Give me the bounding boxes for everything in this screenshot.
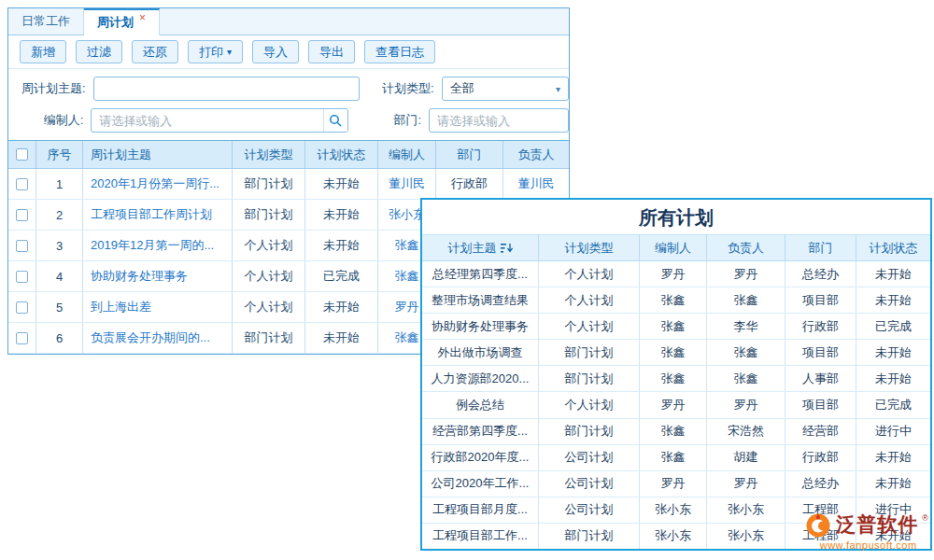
plan-type: 部门计划 <box>233 323 305 353</box>
leader: 宋浩然 <box>707 419 785 444</box>
column-header: 部门 <box>436 141 503 168</box>
fanpu-watermark: 泛普软件 ® www.fanpusoft.com <box>804 511 932 551</box>
subject-filter-input[interactable] <box>93 77 360 101</box>
column-header: 序号 <box>36 141 83 168</box>
department: 总经办 <box>785 261 856 287</box>
row-number: 1 <box>36 169 83 199</box>
weekly-plan-subject-link[interactable]: 到上海出差 <box>83 292 233 322</box>
type-filter-value: 全部 <box>450 80 474 97</box>
column-header: 负责人 <box>503 141 569 168</box>
type-filter-label: 计划类型: <box>369 80 442 97</box>
author-filter-input[interactable] <box>91 108 348 133</box>
toolbar-button-5[interactable]: 导入 <box>252 40 299 63</box>
plan-type: 部门计划 <box>233 169 305 199</box>
search-icon[interactable] <box>323 109 347 132</box>
table-row: 公司2020年工作...公司计划罗丹罗丹总经办未开始 <box>422 471 930 497</box>
tab-1[interactable]: 日常工作 <box>8 8 84 35</box>
dept-filter-input[interactable] <box>429 108 569 133</box>
table-row: 行政部2020年度...公司计划张鑫胡建行政部未开始 <box>422 445 930 471</box>
author: 张鑫 <box>640 340 707 365</box>
plan-status: 已完成 <box>856 392 930 417</box>
column-header: 编制人 <box>640 235 707 260</box>
department: 行政部 <box>785 445 856 470</box>
checkbox[interactable] <box>16 301 28 314</box>
toolbar-button-label: 查看日志 <box>375 44 424 61</box>
table-header-row: 序号周计划主题计划类型计划状态编制人部门负责人 <box>8 141 569 169</box>
toolbar-button-6[interactable]: 导出 <box>308 40 355 63</box>
author: 张鑫 <box>640 314 707 339</box>
column-header: 计划类型 <box>539 235 640 260</box>
checkbox[interactable] <box>16 148 28 161</box>
checkbox[interactable] <box>16 271 28 283</box>
plan-status: 未开始 <box>856 445 930 470</box>
toolbar-button-2[interactable]: 过滤 <box>76 40 122 63</box>
checkbox[interactable] <box>16 209 28 221</box>
department: 项目部 <box>785 392 856 417</box>
toolbar-button-label: 新增 <box>31 44 55 61</box>
row-checkbox-cell <box>8 231 36 260</box>
table-header-row: 计划主题计划类型编制人负责人部门计划状态 <box>422 235 930 261</box>
brand-name: 泛普软件 <box>836 511 918 538</box>
table-row: 例会总结个人计划罗丹罗丹项目部已完成 <box>422 392 930 418</box>
checkbox[interactable] <box>16 332 28 344</box>
plan-status: 未开始 <box>856 366 930 391</box>
plan-type: 公司计划 <box>539 497 640 523</box>
weekly-plan-subject-link[interactable]: 2020年1月份第一周行... <box>83 169 233 199</box>
leader: 罗丹 <box>707 471 785 497</box>
close-icon[interactable]: × <box>139 12 146 23</box>
filter-area: 周计划主题: 计划类型: 全部 ▾ 编制人: <box>8 77 569 133</box>
author-link[interactable]: 董川民 <box>378 169 436 199</box>
desktop: 日常工作周计划× 新增过滤还原打印▾导入导出查看日志 周计划主题: 计划类型: … <box>0 0 934 560</box>
filter-row: 周计划主题: 计划类型: 全部 ▾ <box>8 77 569 101</box>
plan-subject: 例会总结 <box>422 392 539 417</box>
toolbar-button-label: 导出 <box>319 44 344 61</box>
table-row: 经营部第四季度...部门计划张鑫宋浩然经营部进行中 <box>422 419 930 445</box>
toolbar-button-label: 还原 <box>143 44 167 61</box>
column-header: 计划主题 <box>422 235 539 260</box>
toolbar-button-label: 过滤 <box>87 44 111 61</box>
sort-icon[interactable] <box>501 243 513 254</box>
checkbox[interactable] <box>16 178 28 190</box>
toolbar-button-1[interactable]: 新增 <box>20 40 66 63</box>
leader: 张鑫 <box>707 366 785 391</box>
weekly-plan-subject-link[interactable]: 协助财务处理事务 <box>83 261 233 291</box>
plan-status: 进行中 <box>856 419 930 444</box>
department: 项目部 <box>785 287 856 313</box>
plan-status: 未开始 <box>856 471 930 497</box>
author: 罗丹 <box>640 392 707 417</box>
leader: 张小东 <box>707 497 785 523</box>
weekly-plan-subject-link[interactable]: 工程项目部工作周计划 <box>83 200 233 230</box>
plan-type: 部门计划 <box>539 419 640 444</box>
plan-subject: 工程项目部工作... <box>422 524 539 549</box>
plan-type: 部门计划 <box>539 524 640 549</box>
leader: 罗丹 <box>707 392 785 417</box>
row-number: 3 <box>36 231 83 260</box>
plan-status: 未开始 <box>305 169 378 199</box>
tab-bar-filler <box>160 8 569 35</box>
type-filter-select[interactable]: 全部 ▾ <box>442 77 569 101</box>
weekly-plan-subject-link[interactable]: 负责展会开办期间的... <box>83 323 233 353</box>
row-number: 5 <box>36 292 83 322</box>
plan-subject: 整理市场调查结果 <box>422 287 539 313</box>
all-plans-panel: 所有计划 计划主题计划类型编制人负责人部门计划状态 总经理第四季度...个人计划… <box>420 198 932 551</box>
weekly-plan-subject-link[interactable]: 2019年12月第一周的... <box>83 231 233 260</box>
row-checkbox-cell <box>8 292 36 322</box>
author: 罗丹 <box>640 471 707 497</box>
department: 总经办 <box>785 471 856 497</box>
leader-link[interactable]: 董川民 <box>503 169 569 199</box>
column-header: 计划状态 <box>305 141 378 168</box>
plan-subject: 人力资源部2020... <box>422 366 539 391</box>
toolbar-button-7[interactable]: 查看日志 <box>364 40 435 63</box>
plan-subject: 协助财务处理事务 <box>422 314 539 339</box>
brand-url: www.fanpusoft.com <box>804 539 932 551</box>
tab-2[interactable]: 周计划× <box>84 8 160 35</box>
toolbar-button-3[interactable]: 还原 <box>132 40 178 63</box>
toolbar-button-4[interactable]: 打印▾ <box>188 40 243 63</box>
row-checkbox-cell <box>8 261 36 291</box>
checkbox[interactable] <box>16 240 28 252</box>
author: 张鑫 <box>640 366 707 391</box>
plan-subject: 工程项目部月度... <box>422 497 539 523</box>
author: 罗丹 <box>640 261 707 287</box>
dept-filter-label: 部门: <box>358 112 429 129</box>
plan-status: 未开始 <box>305 292 378 322</box>
